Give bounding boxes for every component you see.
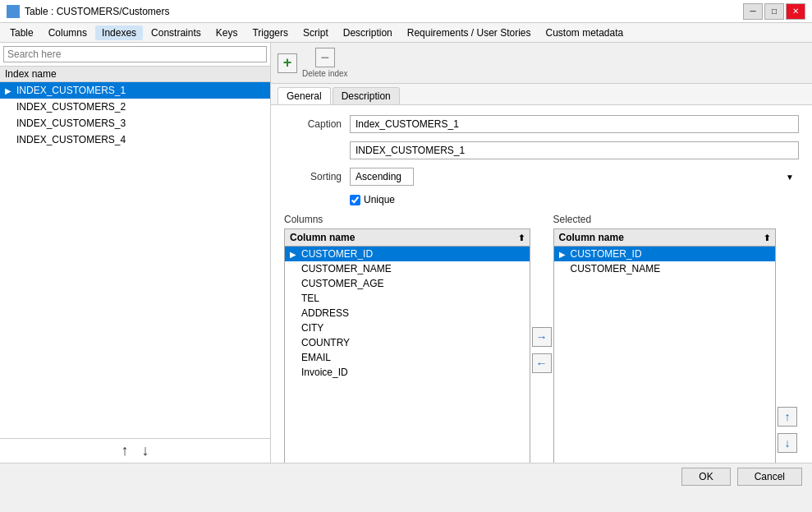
index-list: ▶ INDEX_CUSTOMERS_1 INDEX_CUSTOMERS_2 IN… bbox=[0, 82, 270, 438]
col-row-address[interactable]: ADDRESS bbox=[285, 306, 530, 321]
selected-label: Selected bbox=[553, 214, 800, 225]
selected-move-down-button[interactable]: ↓ bbox=[778, 433, 797, 453]
row-arrow-icon: ▶ bbox=[559, 250, 567, 259]
index-item-3[interactable]: INDEX_CUSTOMERS_3 bbox=[0, 115, 270, 131]
index-item-label: INDEX_CUSTOMERS_3 bbox=[16, 118, 126, 129]
col-row-customer-id[interactable]: ▶CUSTOMER_ID bbox=[285, 247, 530, 261]
menu-indexes[interactable]: Indexes bbox=[95, 25, 143, 40]
unique-checkbox[interactable] bbox=[350, 195, 360, 205]
delete-index-label: Delete index bbox=[302, 69, 348, 78]
index-item-label: INDEX_CUSTOMERS_4 bbox=[16, 134, 126, 145]
sort-icon[interactable]: ⬆ bbox=[518, 233, 525, 242]
column-name-header-left: Column name bbox=[290, 232, 355, 243]
main-container: Index name ▶ INDEX_CUSTOMERS_1 INDEX_CUS… bbox=[0, 43, 812, 463]
columns-left-section: Columns Column name ⬆ ▶CUSTOMER_ID CUSTO… bbox=[284, 214, 530, 463]
selected-row-customer-id[interactable]: ▶CUSTOMER_ID bbox=[554, 247, 776, 261]
transfer-buttons: → ← bbox=[530, 230, 553, 463]
delete-index-button[interactable]: − bbox=[315, 48, 335, 67]
ok-button[interactable]: OK bbox=[681, 468, 730, 486]
columns-right-table: Column name ⬆ ▶CUSTOMER_ID CUSTOMER_NAME bbox=[553, 228, 777, 463]
columns-right-body: ▶CUSTOMER_ID CUSTOMER_NAME bbox=[554, 247, 776, 463]
menu-triggers[interactable]: Triggers bbox=[245, 25, 295, 40]
move-left-button[interactable]: ← bbox=[532, 353, 552, 373]
general-panel: Caption Sorting Ascending Descending ▼ bbox=[271, 105, 812, 463]
sub-tab-bar: General Description bbox=[271, 84, 812, 105]
selected-move-up-button[interactable]: ↑ bbox=[778, 407, 797, 427]
close-button[interactable]: ✕ bbox=[786, 3, 805, 20]
search-box bbox=[0, 43, 270, 67]
menu-constraints[interactable]: Constraints bbox=[145, 25, 208, 40]
menu-columns[interactable]: Columns bbox=[42, 25, 94, 40]
move-right-button[interactable]: → bbox=[532, 327, 552, 347]
add-index-button[interactable]: + bbox=[278, 53, 297, 73]
sort-icon-right[interactable]: ⬆ bbox=[764, 233, 770, 242]
cancel-button[interactable]: Cancel bbox=[737, 468, 802, 486]
maximize-button[interactable]: □ bbox=[764, 3, 784, 20]
columns-left-body: ▶CUSTOMER_ID CUSTOMER_NAME CUSTOMER_AGE … bbox=[285, 247, 530, 463]
menu-script[interactable]: Script bbox=[296, 25, 335, 40]
col-row-email[interactable]: EMAIL bbox=[285, 350, 530, 365]
columns-left-header: Column name ⬆ bbox=[285, 229, 530, 247]
index-item-4[interactable]: INDEX_CUSTOMERS_4 bbox=[0, 131, 270, 148]
selected-sort-buttons: ↑ ↓ bbox=[776, 228, 799, 463]
columns-right-header: Column name ⬆ bbox=[554, 229, 776, 247]
columns-left-table: Column name ⬆ ▶CUSTOMER_ID CUSTOMER_NAME… bbox=[284, 228, 530, 463]
tab-description[interactable]: Description bbox=[333, 87, 400, 104]
sorting-select-wrapper: Ascending Descending ▼ bbox=[350, 168, 799, 186]
index-header-label: Index name bbox=[5, 68, 57, 80]
chevron-down-icon: ▼ bbox=[786, 173, 794, 182]
index-item-1[interactable]: ▶ INDEX_CUSTOMERS_1 bbox=[0, 82, 270, 99]
col-row-country[interactable]: COUNTRY bbox=[285, 335, 530, 350]
menu-description[interactable]: Description bbox=[337, 25, 399, 40]
col-row-customer-age[interactable]: CUSTOMER_AGE bbox=[285, 276, 530, 291]
index-item-2[interactable]: INDEX_CUSTOMERS_2 bbox=[0, 99, 270, 115]
name-input[interactable] bbox=[350, 141, 799, 159]
move-down-button[interactable]: ↓ bbox=[142, 442, 149, 459]
columns-label: Columns bbox=[284, 214, 530, 225]
menu-custom-metadata[interactable]: Custom metadata bbox=[539, 25, 631, 40]
columns-right-section: Selected Column name ⬆ ▶CUSTOMER_ID bbox=[553, 214, 800, 463]
bottom-bar: OK Cancel bbox=[0, 463, 812, 489]
index-item-label: INDEX_CUSTOMERS_1 bbox=[16, 85, 126, 96]
sorting-select[interactable]: Ascending Descending bbox=[350, 168, 414, 186]
column-name-header-right: Column name bbox=[559, 232, 624, 243]
window-controls: ─ □ ✕ bbox=[743, 3, 805, 20]
col-row-invoice-id[interactable]: Invoice_ID bbox=[285, 365, 530, 380]
right-panel: + − Delete index General Description Cap… bbox=[271, 43, 812, 463]
caption-input[interactable] bbox=[350, 115, 799, 133]
selected-row-customer-name[interactable]: CUSTOMER_NAME bbox=[554, 261, 776, 276]
col-row-tel[interactable]: TEL bbox=[285, 291, 530, 306]
unique-label: Unique bbox=[364, 194, 395, 205]
app-icon bbox=[7, 5, 20, 18]
caption-label: Caption bbox=[284, 118, 350, 130]
tab-general[interactable]: General bbox=[278, 87, 331, 104]
menu-bar: Table Columns Indexes Constraints Keys T… bbox=[0, 23, 812, 43]
menu-requirements[interactable]: Requirements / User Stories bbox=[401, 25, 538, 40]
arrow-icon: ▶ bbox=[5, 86, 13, 95]
sorting-label: Sorting bbox=[284, 171, 350, 182]
index-list-header: Index name bbox=[0, 67, 270, 82]
name-row bbox=[284, 141, 799, 159]
index-item-label: INDEX_CUSTOMERS_2 bbox=[16, 101, 126, 113]
left-panel-footer: ↑ ↓ bbox=[0, 438, 270, 463]
selected-area: Column name ⬆ ▶CUSTOMER_ID CUSTOMER_NAME bbox=[553, 228, 800, 463]
caption-row: Caption bbox=[284, 115, 799, 133]
minimize-button[interactable]: ─ bbox=[743, 3, 763, 20]
sorting-row: Sorting Ascending Descending ▼ bbox=[284, 168, 799, 186]
left-panel: Index name ▶ INDEX_CUSTOMERS_1 INDEX_CUS… bbox=[0, 43, 271, 463]
col-row-city[interactable]: CITY bbox=[285, 321, 530, 335]
window-title: Table : CUSTOMERS/Customers bbox=[25, 6, 170, 17]
search-input[interactable] bbox=[3, 46, 267, 62]
columns-area: Columns Column name ⬆ ▶CUSTOMER_ID CUSTO… bbox=[284, 214, 799, 463]
unique-row: Unique bbox=[350, 194, 799, 205]
title-bar: Table : CUSTOMERS/Customers ─ □ ✕ bbox=[0, 0, 812, 23]
move-up-button[interactable]: ↑ bbox=[122, 442, 129, 459]
menu-keys[interactable]: Keys bbox=[209, 25, 245, 40]
col-row-customer-name[interactable]: CUSTOMER_NAME bbox=[285, 261, 530, 276]
menu-table[interactable]: Table bbox=[3, 25, 40, 40]
row-arrow-icon: ▶ bbox=[290, 250, 298, 259]
